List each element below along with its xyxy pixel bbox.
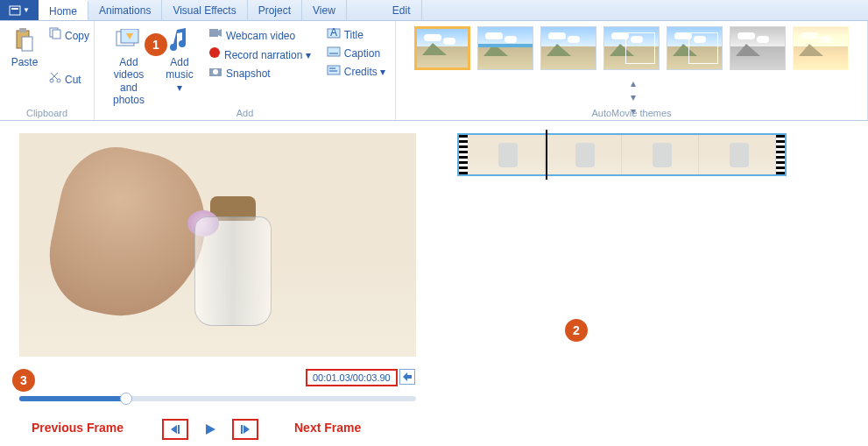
svg-rect-3 (19, 28, 26, 32)
caption-button[interactable]: Caption (325, 45, 387, 62)
svg-rect-27 (178, 425, 180, 434)
theme-thumb-1[interactable] (477, 26, 533, 70)
svg-marker-15 (218, 29, 222, 37)
snapshot-icon (208, 66, 222, 81)
next-frame-button[interactable] (232, 419, 258, 440)
annotation-badge-2: 2 (565, 319, 588, 342)
add-group-label: Add (95, 108, 395, 118)
svg-point-18 (213, 69, 218, 74)
group-add: Add videos and photos Add music ▾ Webcam… (95, 21, 396, 120)
add-videos-icon (115, 26, 143, 54)
svg-rect-21 (328, 47, 340, 56)
record-label: Record narration ▾ (224, 47, 311, 63)
svg-text:A: A (330, 28, 337, 39)
credits-button[interactable]: Credits ▾ (325, 63, 387, 81)
themes-group-label: AutoMovie themes (396, 108, 867, 118)
paste-icon (11, 26, 39, 54)
caption-label: Caption (344, 46, 380, 61)
seek-slider[interactable] (19, 396, 416, 401)
next-frame-annotation: Next Frame (294, 421, 361, 435)
timeline-clip[interactable] (457, 133, 787, 176)
svg-rect-23 (328, 66, 340, 74)
tab-visual-effects[interactable]: Visual Effects (162, 0, 247, 20)
add-videos-label: Add videos and photos (105, 56, 152, 107)
film-perforation-right (776, 135, 785, 174)
record-button[interactable]: Record narration ▾ (207, 46, 313, 64)
copy-icon (49, 27, 61, 44)
playback-controls (162, 419, 258, 440)
add-music-label: Add music ▾ (165, 56, 194, 94)
theme-scroll-down[interactable]: ▾ (631, 91, 636, 103)
snapshot-button[interactable]: Snapshot (207, 65, 313, 82)
webcam-button[interactable]: Webcam video (207, 26, 313, 45)
timeline-playhead[interactable] (546, 130, 547, 180)
add-music-icon (166, 26, 194, 54)
title-button[interactable]: A Title (325, 26, 387, 44)
svg-point-10 (57, 79, 60, 82)
svg-rect-4 (22, 37, 32, 51)
time-display: 00:01.03/00:03.90 (306, 369, 398, 386)
svg-point-16 (209, 47, 220, 58)
tab-edit[interactable]: Edit (382, 0, 422, 20)
cut-icon (49, 71, 61, 88)
copy-label: Copy (65, 28, 89, 44)
webcam-icon (208, 27, 222, 44)
theme-thumb-6[interactable] (793, 26, 849, 70)
theme-thumb-2[interactable] (540, 26, 596, 70)
caption-icon (327, 46, 341, 61)
paste-label: Paste (11, 56, 39, 68)
theme-thumb-3[interactable] (603, 26, 660, 70)
annotation-badge-3: 3 (12, 369, 35, 392)
snapshot-label: Snapshot (226, 66, 271, 81)
prev-frame-annotation: Previous Frame (32, 421, 123, 435)
theme-thumb-4[interactable] (667, 26, 723, 70)
copy-button[interactable]: Copy (47, 26, 91, 45)
play-button[interactable] (197, 419, 223, 440)
svg-rect-1 (11, 8, 18, 10)
ribbon: Paste Copy Cut Clipboard Add videos and … (0, 21, 868, 121)
app-menu-button[interactable]: ▼ (0, 0, 39, 20)
cut-button[interactable]: Cut (47, 70, 91, 88)
webcam-label: Webcam video (226, 28, 295, 44)
theme-scroll-up[interactable]: ▴ (631, 77, 636, 89)
tab-home[interactable]: Home (39, 0, 88, 20)
credits-label: Credits ▾ (344, 64, 385, 80)
cut-label: Cut (65, 72, 81, 88)
paste-button[interactable]: Paste (7, 25, 42, 70)
film-perforation-left (459, 135, 468, 174)
svg-marker-30 (243, 425, 250, 434)
svg-rect-0 (10, 6, 20, 15)
svg-marker-28 (206, 424, 215, 435)
svg-marker-26 (171, 425, 177, 434)
tab-animations[interactable]: Animations (88, 0, 162, 20)
prev-frame-button[interactable] (162, 419, 188, 440)
title-icon: A (327, 27, 341, 43)
group-themes: ▴ ▾ ▾ AutoMovie themes (396, 21, 868, 120)
theme-thumb-0[interactable] (414, 26, 470, 70)
clipboard-group-label: Clipboard (0, 108, 94, 118)
credits-icon (327, 64, 341, 80)
annotation-badge-1: 1 (145, 33, 167, 56)
add-music-button[interactable]: Add music ▾ (161, 25, 198, 96)
title-bar: ▼ HomeAnimationsVisual EffectsProjectVie… (0, 0, 868, 21)
svg-rect-6 (53, 30, 60, 39)
svg-rect-29 (241, 425, 243, 434)
theme-thumb-5[interactable] (730, 26, 786, 70)
fullscreen-button[interactable] (399, 369, 415, 385)
record-icon (208, 46, 221, 63)
tab-project[interactable]: Project (248, 0, 302, 20)
group-clipboard: Paste Copy Cut Clipboard (0, 21, 95, 120)
title-label: Title (344, 27, 363, 43)
tab-view[interactable]: View (302, 0, 347, 20)
video-preview[interactable] (19, 133, 416, 357)
svg-rect-14 (209, 29, 218, 37)
